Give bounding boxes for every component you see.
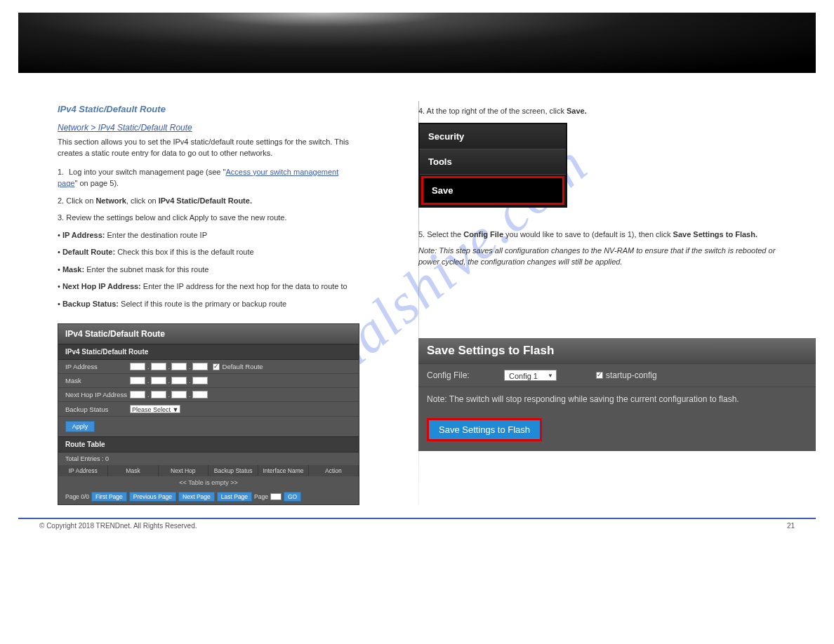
ip-octet-input[interactable] bbox=[171, 363, 187, 370]
bottom-rule bbox=[18, 518, 816, 519]
bullet-ip: • IP Address: Enter the destination rout… bbox=[58, 229, 358, 241]
nexthop-octet-input[interactable] bbox=[151, 391, 166, 398]
row-nexthop: Next Hop IP Address . . . bbox=[58, 388, 359, 402]
startup-config-checkbox[interactable] bbox=[596, 372, 603, 379]
bullet-backup: • Backup Status: Select if this route is… bbox=[58, 298, 358, 310]
backup-status-select[interactable]: Please Select ▼ bbox=[130, 405, 180, 413]
nexthop-octet-input[interactable] bbox=[192, 391, 208, 398]
nav-item-security[interactable]: Security bbox=[420, 124, 566, 149]
route-table-heading: Route Table bbox=[58, 436, 359, 452]
ipv4-panel-title: IPv4 Static/Default Route bbox=[58, 324, 359, 344]
row-backup-status: Backup Status Please Select ▼ bbox=[58, 402, 359, 417]
save-panel-title: Save Settings to Flash bbox=[418, 338, 816, 363]
step-1: 1.Log into your switch management page (… bbox=[58, 166, 358, 189]
row-ip-address: IP Address . . . Default Route bbox=[58, 360, 359, 374]
nav-item-save[interactable]: Save bbox=[421, 176, 564, 205]
step-5: 5. Select the Config File you would like… bbox=[418, 229, 795, 241]
mask-octet-input[interactable] bbox=[171, 377, 187, 384]
right-column: 4. At the top right of the of the screen… bbox=[418, 101, 816, 505]
intro-text: This section allows you to set the IPv4 … bbox=[58, 137, 358, 159]
header-banner bbox=[18, 13, 816, 73]
bullet-mask: • Mask: Enter the subnet mask for this r… bbox=[58, 264, 358, 276]
nexthop-octet-input[interactable] bbox=[171, 391, 187, 398]
table-empty-text: << Table is empty >> bbox=[58, 476, 359, 489]
mask-octet-input[interactable] bbox=[192, 377, 208, 384]
save-note-text: Note: The switch will stop responding wh… bbox=[418, 387, 816, 411]
mask-octet-input[interactable] bbox=[130, 377, 145, 384]
ip-octet-input[interactable] bbox=[192, 363, 208, 370]
copyright: © Copyright 2018 TRENDnet. All Rights Re… bbox=[39, 522, 197, 530]
page-number: 21 bbox=[787, 522, 795, 530]
route-table-header: IP Address Mask Next Hop Backup Status I… bbox=[58, 465, 359, 476]
nav-item-tools[interactable]: Tools bbox=[420, 149, 566, 175]
save-settings-button[interactable]: Save Settings to Flash bbox=[427, 418, 542, 441]
pager-prev-button[interactable]: Previous Page bbox=[129, 492, 176, 502]
default-route-checkbox[interactable] bbox=[213, 363, 220, 370]
total-entries: Total Entries : 0 bbox=[58, 452, 359, 465]
apply-button[interactable]: Apply bbox=[65, 421, 95, 432]
pager-page-input[interactable] bbox=[270, 493, 282, 500]
pager-go-button[interactable]: GO bbox=[284, 492, 301, 502]
nexthop-octet-input[interactable] bbox=[130, 391, 145, 398]
nav-path: Network > IPv4 Static/Default Route bbox=[58, 123, 358, 133]
route-pager: Page 0/0 First Page Previous Page Next P… bbox=[58, 489, 359, 504]
pager-first-button[interactable]: First Page bbox=[91, 492, 127, 502]
ipv4-panel-subtitle: IPv4 Static/Default Route bbox=[58, 344, 359, 360]
step-4: 4. At the top right of the of the screen… bbox=[418, 105, 795, 117]
config-file-select[interactable]: Config 1 bbox=[504, 370, 557, 381]
save-config-row: Config File: Config 1 startup-config bbox=[418, 363, 816, 387]
step-3: 3. Review the settings below and click A… bbox=[58, 212, 358, 224]
pager-last-button[interactable]: Last Page bbox=[217, 492, 252, 502]
section-heading: IPv4 Static/Default Route bbox=[58, 104, 358, 114]
footer: © Copyright 2018 TRENDnet. All Rights Re… bbox=[39, 522, 795, 530]
step-2: 2. Click on Network, click on IPv4 Stati… bbox=[58, 195, 358, 207]
bullet-nexthop: • Next Hop IP Address: Enter the IP addr… bbox=[58, 281, 358, 293]
mask-octet-input[interactable] bbox=[151, 377, 166, 384]
left-column: IPv4 Static/Default Route Network > IPv4… bbox=[18, 101, 397, 505]
nav-menu-screenshot: Security Tools Save bbox=[418, 123, 567, 208]
ip-octet-input[interactable] bbox=[130, 363, 145, 370]
note-text: Note: This step saves all configuration … bbox=[418, 246, 795, 268]
ip-octet-input[interactable] bbox=[151, 363, 166, 370]
row-mask: Mask . . . bbox=[58, 374, 359, 388]
bullet-default: • Default Route: Check this box if this … bbox=[58, 246, 358, 258]
save-settings-panel: Save Settings to Flash Config File: Conf… bbox=[418, 338, 816, 451]
ipv4-route-panel: IPv4 Static/Default Route IPv4 Static/De… bbox=[58, 323, 359, 505]
pager-next-button[interactable]: Next Page bbox=[178, 492, 215, 502]
